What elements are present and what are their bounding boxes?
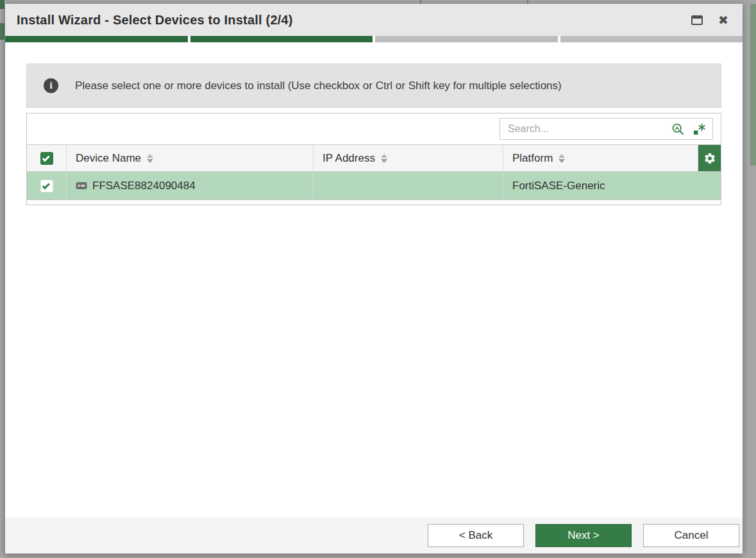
dialog-title: Install Wizard - Select Devices to Insta… — [17, 13, 691, 28]
column-header-platform[interactable]: Platform — [503, 145, 698, 171]
column-header-ip-address[interactable]: IP Address — [314, 145, 503, 171]
check-icon — [42, 154, 50, 162]
window-controls: ✖ — [691, 14, 728, 26]
table-header-row: Device Name IP Address Platform — [27, 144, 721, 172]
column-label: Platform — [512, 152, 553, 165]
dialog-title-bar: Install Wizard - Select Devices to Insta… — [5, 4, 743, 36]
column-label: IP Address — [323, 152, 375, 165]
wizard-progress-bar — [5, 36, 743, 42]
cancel-button[interactable]: Cancel — [643, 524, 739, 547]
info-icon: i — [44, 78, 58, 93]
gear-icon — [703, 152, 716, 165]
svg-text:A: A — [675, 124, 679, 131]
search-box: A — [500, 118, 713, 140]
sort-icon — [381, 154, 387, 163]
dialog-body: i Please select one or more devices to i… — [5, 42, 743, 518]
next-button[interactable]: Next > — [535, 524, 632, 547]
search-input[interactable] — [500, 123, 669, 135]
device-icon — [76, 182, 87, 190]
backdrop-fragment — [0, 0, 4, 9]
info-banner: i Please select one or more devices to i… — [26, 63, 721, 108]
back-button[interactable]: < Back — [428, 524, 524, 547]
table-row[interactable]: FFSASE8824090484 FortiSASE-Generic — [27, 172, 721, 199]
search-options: A — [669, 123, 712, 136]
device-name-cell: FFSASE8824090484 — [67, 172, 314, 199]
horizontal-scrollbar[interactable] — [27, 199, 721, 205]
match-case-search-icon[interactable]: A — [671, 123, 685, 136]
progress-segment-1 — [5, 36, 188, 42]
table-toolbar: A — [27, 114, 721, 144]
column-settings-button[interactable] — [698, 145, 721, 171]
ip-address-cell — [314, 172, 503, 199]
check-icon — [42, 182, 50, 189]
device-table: A — [26, 113, 721, 205]
wildcard-search-icon[interactable] — [693, 123, 706, 136]
platform: FortiSASE-Generic — [512, 180, 605, 192]
backdrop-fragment — [750, 4, 756, 165]
install-wizard-dialog: Install Wizard - Select Devices to Insta… — [5, 4, 743, 554]
select-all-checkbox[interactable] — [40, 152, 53, 165]
info-banner-text: Please select one or more devices to ins… — [75, 80, 562, 92]
close-icon[interactable]: ✖ — [718, 14, 728, 26]
column-header-device-name[interactable]: Device Name — [67, 145, 314, 171]
select-all-cell — [27, 145, 67, 171]
platform-cell: FortiSASE-Generic — [503, 172, 721, 199]
row-checkbox[interactable] — [40, 180, 53, 192]
sort-icon — [559, 154, 565, 163]
progress-segment-2 — [190, 36, 373, 42]
progress-segment-4 — [560, 36, 743, 42]
column-label: Device Name — [76, 152, 141, 165]
progress-segment-3 — [375, 36, 558, 42]
maximize-icon[interactable] — [691, 15, 703, 25]
dialog-footer: < Back Next > Cancel — [5, 518, 743, 554]
sort-icon — [147, 154, 153, 163]
device-name: FFSASE8824090484 — [92, 180, 196, 192]
row-checkbox-cell — [27, 172, 67, 199]
backdrop-fragment — [0, 23, 4, 40]
